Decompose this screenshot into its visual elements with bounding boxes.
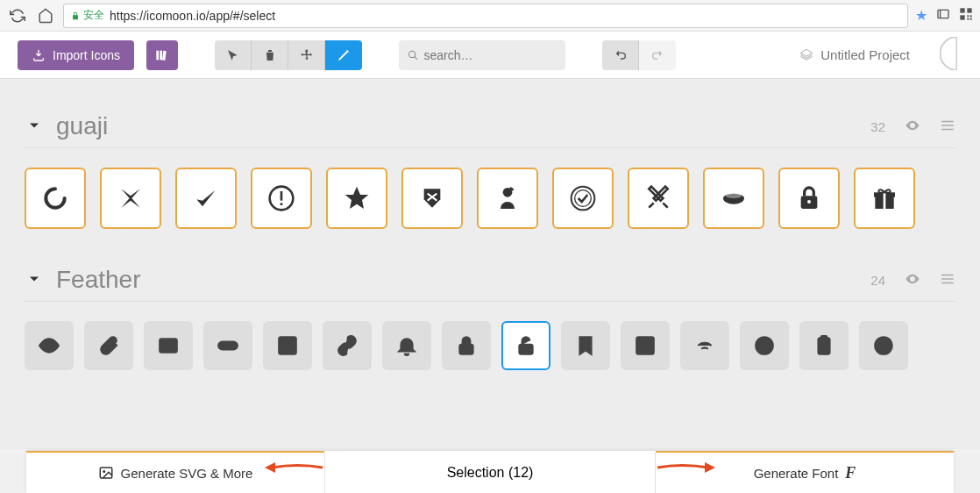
redo-button[interactable] xyxy=(639,40,676,70)
svg-rect-2 xyxy=(967,8,971,12)
check-icon[interactable] xyxy=(175,168,237,229)
image-icon[interactable] xyxy=(621,321,670,370)
svg-rect-35 xyxy=(519,345,532,354)
user-icon[interactable] xyxy=(477,168,538,229)
layers-icon xyxy=(799,48,813,62)
clipboard-icon[interactable] xyxy=(799,321,849,370)
toggle-icon[interactable] xyxy=(203,321,252,370)
project-menu[interactable]: Untitled Project xyxy=(799,47,910,62)
svg-rect-9 xyxy=(160,50,162,60)
svg-rect-33 xyxy=(279,337,296,354)
tab-overview-icon[interactable] xyxy=(936,7,950,25)
home-button[interactable] xyxy=(35,5,56,26)
svg-rect-11 xyxy=(941,120,954,122)
selection-button[interactable]: Selection (12) xyxy=(324,453,656,493)
url-bar[interactable]: 安全 https://icomoon.io/app/#/select xyxy=(63,4,908,28)
edit-tool[interactable] xyxy=(325,40,362,70)
svg-rect-7 xyxy=(970,18,972,19)
annotation-arrow-right xyxy=(656,458,717,481)
set-header-guaji: guaji 32 xyxy=(25,96,955,148)
swords-icon[interactable] xyxy=(628,168,689,229)
icon-grid-feather xyxy=(25,302,955,391)
selection-label: Selection (12) xyxy=(447,465,534,481)
svg-rect-15 xyxy=(281,191,283,201)
svg-rect-5 xyxy=(970,15,972,17)
undo-button[interactable] xyxy=(602,40,639,70)
svg-rect-25 xyxy=(884,192,886,209)
sidebar-toggle[interactable] xyxy=(940,37,962,74)
svg-point-37 xyxy=(641,341,644,345)
collapse-toggle[interactable] xyxy=(25,269,44,289)
set-count: 32 xyxy=(870,119,885,134)
eye-icon[interactable] xyxy=(25,321,74,370)
search-box[interactable] xyxy=(399,40,565,70)
url-text: https://icomoon.io/app/#/select xyxy=(110,9,275,23)
move-tool[interactable] xyxy=(288,40,325,70)
svg-rect-16 xyxy=(281,203,283,205)
app-toolbar: Import Icons Untitled Project xyxy=(0,32,980,79)
svg-rect-28 xyxy=(941,282,954,283)
visibility-icon[interactable] xyxy=(905,118,920,136)
set-menu-icon[interactable] xyxy=(940,271,955,289)
lock-icon[interactable] xyxy=(778,168,840,229)
set-count: 24 xyxy=(870,273,885,288)
project-name-label: Untitled Project xyxy=(820,47,910,62)
icon-grid-guaji xyxy=(25,148,955,250)
content-area: guaji 32 Feather xyxy=(0,79,980,449)
svg-rect-4 xyxy=(967,15,969,17)
star-icon[interactable] xyxy=(326,168,387,229)
clock-icon[interactable] xyxy=(859,321,908,370)
cross-icon[interactable] xyxy=(100,168,161,229)
mode-tool-group xyxy=(215,40,362,70)
bell-icon[interactable] xyxy=(382,321,431,370)
paperclip-icon[interactable] xyxy=(84,321,133,370)
set-header-feather: Feather 24 xyxy=(25,250,955,302)
set-title: guaji xyxy=(56,112,108,140)
svg-point-20 xyxy=(726,194,742,198)
select-tool[interactable] xyxy=(215,40,252,70)
visibility-icon[interactable] xyxy=(905,271,920,289)
wifi-icon[interactable] xyxy=(680,321,729,370)
lock-closed-icon[interactable] xyxy=(442,321,491,370)
link-icon[interactable] xyxy=(323,321,372,370)
checkmark-ring-icon[interactable] xyxy=(552,168,614,229)
bottom-bar: Generate SVG & More Selection (12) Gener… xyxy=(26,451,954,493)
shield-crossed-icon[interactable] xyxy=(401,168,463,229)
svg-point-10 xyxy=(409,51,415,57)
search-input[interactable] xyxy=(424,48,557,62)
svg-rect-42 xyxy=(821,336,827,339)
layout-icon[interactable] xyxy=(263,321,312,370)
svg-rect-0 xyxy=(938,10,948,18)
delete-tool[interactable] xyxy=(252,40,288,70)
refresh-button[interactable] xyxy=(7,5,28,26)
alert-circle-icon[interactable] xyxy=(251,168,312,229)
set-title: Feather xyxy=(56,266,141,294)
set-menu-icon[interactable] xyxy=(940,118,955,136)
svg-point-22 xyxy=(807,200,811,204)
secure-label: 安全 xyxy=(83,8,104,23)
spinner-icon[interactable] xyxy=(25,168,86,229)
font-f-icon: F xyxy=(845,464,856,482)
svg-rect-26 xyxy=(941,274,954,275)
generate-svg-label: Generate SVG & More xyxy=(121,466,253,481)
target-icon[interactable] xyxy=(740,321,789,370)
svg-rect-1 xyxy=(960,8,964,12)
bookmark-icon[interactable] xyxy=(561,321,610,370)
svg-rect-8 xyxy=(156,50,159,60)
qr-icon[interactable] xyxy=(959,7,973,25)
annotation-arrow-left xyxy=(263,458,324,481)
import-icons-label: Import Icons xyxy=(53,48,120,62)
generate-font-label: Generate Font xyxy=(754,466,839,481)
image-icon xyxy=(98,465,114,481)
lock-open-icon[interactable] xyxy=(501,321,550,370)
bookmark-star-icon[interactable]: ★ xyxy=(915,7,927,24)
import-icons-button[interactable]: Import Icons xyxy=(18,40,134,70)
svg-rect-12 xyxy=(941,125,954,126)
bowl-icon[interactable] xyxy=(703,168,764,229)
collapse-toggle[interactable] xyxy=(25,116,44,135)
gift-icon[interactable] xyxy=(854,168,915,229)
library-button[interactable] xyxy=(146,40,178,70)
search-icon xyxy=(408,49,418,61)
mail-icon[interactable] xyxy=(144,321,193,370)
svg-point-29 xyxy=(46,343,53,349)
